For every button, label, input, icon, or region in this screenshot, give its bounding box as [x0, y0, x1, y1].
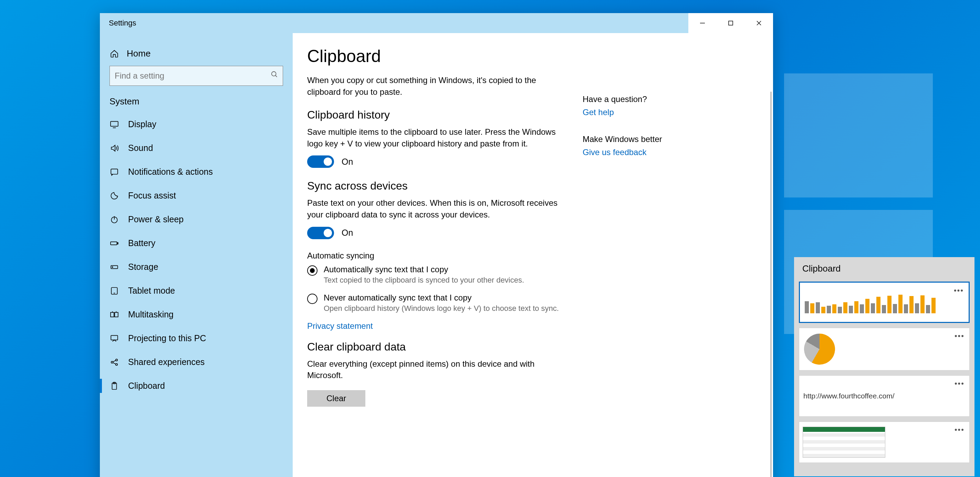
more-icon[interactable]: •••: [953, 425, 966, 434]
radio-never-label: Never automatically sync text that I cop…: [324, 293, 559, 303]
clear-button[interactable]: Clear: [307, 390, 365, 407]
sidebar-item-label: Power & sleep: [128, 214, 183, 224]
sync-toggle-label: On: [342, 228, 353, 238]
radio-auto-sync[interactable]: Automatically sync text that I copy Text…: [307, 265, 569, 285]
content-column: Clipboard When you copy or cut something…: [307, 46, 569, 477]
power-icon: [110, 215, 119, 224]
sync-toggle[interactable]: [307, 227, 334, 239]
clipboard-text: http://www.fourthcoffee.com/: [803, 391, 895, 402]
section-history-desc: Save multiple items to the clipboard to …: [307, 126, 569, 149]
titlebar: Settings: [100, 13, 773, 33]
svg-rect-25: [111, 335, 118, 340]
section-clear-title: Clear clipboard data: [307, 340, 569, 353]
sidebar-item-notifications[interactable]: Notifications & actions: [100, 160, 293, 184]
aside-column: Have a question? Get help Make Windows b…: [582, 46, 686, 477]
notifications-icon: [110, 167, 119, 177]
close-button[interactable]: [745, 13, 773, 33]
svg-rect-10: [111, 121, 118, 126]
clipboard-item[interactable]: •••: [799, 328, 970, 370]
window-title: Settings: [109, 19, 136, 27]
bar-chart-thumbnail: [803, 286, 950, 319]
sidebar-item-label: Notifications & actions: [128, 167, 213, 177]
sidebar-home[interactable]: Home: [100, 43, 293, 66]
svg-line-9: [275, 75, 277, 77]
section-history-title: Clipboard history: [307, 108, 569, 121]
sidebar-item-label: Tablet mode: [128, 286, 175, 296]
more-icon[interactable]: •••: [953, 286, 965, 295]
sidebar-item-label: Projecting to this PC: [128, 333, 206, 343]
sidebar-category-label: System: [100, 93, 293, 112]
clipboard-item[interactable]: http://www.fourthcoffee.com/ •••: [799, 375, 970, 417]
sidebar-item-power-sleep[interactable]: Power & sleep: [100, 207, 293, 231]
radio-auto-label: Automatically sync text that I copy: [324, 265, 524, 274]
sound-icon: [110, 144, 119, 153]
maximize-button[interactable]: [717, 13, 745, 33]
radio-auto-desc: Text copied to the clipboard is synced t…: [324, 276, 524, 285]
page-title: Clipboard: [307, 46, 569, 66]
svg-point-18: [112, 266, 113, 267]
sidebar-item-display[interactable]: Display: [100, 112, 293, 136]
clipboard-text-content: http://www.fourthcoffee.com/: [803, 379, 950, 413]
display-icon: [110, 120, 119, 129]
sidebar-item-shared-experiences[interactable]: Shared experiences: [100, 350, 293, 374]
clipboard-item[interactable]: •••: [799, 421, 970, 463]
radio-never-sync[interactable]: Never automatically sync text that I cop…: [307, 293, 569, 313]
sidebar-item-clipboard[interactable]: Clipboard: [100, 374, 293, 398]
window-controls: [688, 13, 773, 33]
privacy-statement-link[interactable]: Privacy statement: [307, 321, 373, 331]
sidebar-item-multitasking[interactable]: Multitasking: [100, 303, 293, 326]
more-icon[interactable]: •••: [953, 379, 966, 388]
svg-rect-15: [111, 242, 117, 245]
clipboard-flyout: Clipboard •••: [794, 257, 975, 476]
sidebar-item-focus-assist[interactable]: Focus assist: [100, 184, 293, 207]
automatic-syncing-label: Automatic syncing: [307, 251, 569, 260]
settings-window: Settings Home System: [100, 13, 773, 477]
sidebar-item-projecting[interactable]: Projecting to this PC: [100, 326, 293, 350]
more-icon[interactable]: •••: [953, 332, 966, 340]
spreadsheet-thumbnail: [803, 425, 950, 459]
sidebar-item-tablet-mode[interactable]: Tablet mode: [100, 279, 293, 303]
sidebar-item-label: Battery: [128, 238, 155, 248]
clipboard-item[interactable]: •••: [799, 282, 970, 323]
radio-icon: [307, 294, 318, 304]
clipboard-icon: [110, 381, 119, 391]
sidebar-item-sound[interactable]: Sound: [100, 136, 293, 160]
feedback-link[interactable]: Give us feedback: [582, 147, 646, 157]
minimize-button[interactable]: [688, 13, 717, 33]
battery-icon: [110, 238, 119, 248]
search-input[interactable]: [110, 66, 283, 86]
sidebar-nav: Display Sound Notifications & actions Fo…: [100, 112, 293, 477]
section-sync-title: Sync across devices: [307, 180, 569, 192]
section-sync-desc: Paste text on your other devices. When t…: [307, 197, 569, 220]
aside-question-title: Have a question?: [582, 94, 686, 104]
clipboard-flyout-title: Clipboard: [794, 257, 975, 280]
history-toggle[interactable]: [307, 155, 334, 168]
sidebar-item-storage[interactable]: Storage: [100, 255, 293, 279]
sidebar-item-label: Storage: [128, 262, 158, 272]
home-label: Home: [127, 48, 151, 59]
svg-rect-16: [118, 242, 118, 244]
sidebar-item-label: Display: [128, 119, 156, 129]
clipboard-list[interactable]: ••• ••• http://www.fourthcoffee.com/ •••…: [794, 280, 975, 476]
sidebar-item-label: Shared experiences: [128, 357, 205, 367]
svg-line-29: [113, 360, 116, 362]
section-clear-desc: Clear everything (except pinned items) o…: [307, 358, 569, 381]
sidebar-item-label: Focus assist: [128, 191, 176, 201]
svg-rect-5: [729, 21, 733, 25]
sidebar: Home System Display Sound: [100, 33, 293, 477]
history-toggle-label: On: [342, 157, 353, 167]
pie-chart-thumbnail: [803, 332, 950, 367]
main-pane: Clipboard When you copy or cut something…: [293, 33, 773, 477]
svg-point-8: [272, 72, 276, 76]
svg-rect-1: [784, 73, 933, 198]
sidebar-item-battery[interactable]: Battery: [100, 231, 293, 255]
radio-icon: [307, 265, 318, 276]
svg-rect-12: [111, 169, 118, 174]
multitasking-icon: [110, 310, 119, 319]
tablet-icon: [110, 286, 119, 296]
shared-icon: [110, 357, 119, 367]
get-help-link[interactable]: Get help: [582, 107, 614, 117]
sidebar-item-label: Sound: [128, 143, 153, 153]
sidebar-item-label: Multitasking: [128, 309, 173, 319]
svg-line-30: [113, 362, 116, 364]
